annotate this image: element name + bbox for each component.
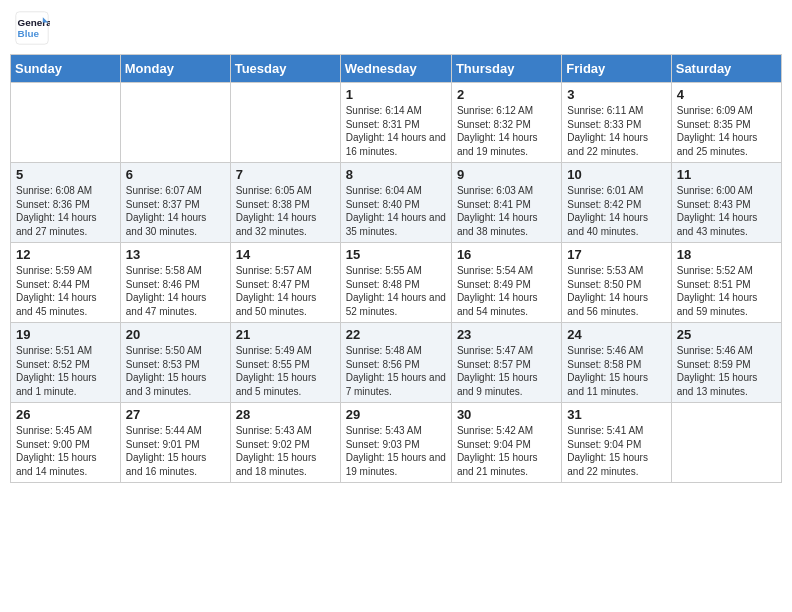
day-content: Sunrise: 6:09 AM Sunset: 8:35 PM Dayligh… (677, 104, 776, 158)
day-content: Sunrise: 5:47 AM Sunset: 8:57 PM Dayligh… (457, 344, 556, 398)
day-number: 24 (567, 327, 665, 342)
day-number: 25 (677, 327, 776, 342)
day-content: Sunrise: 5:58 AM Sunset: 8:46 PM Dayligh… (126, 264, 225, 318)
day-content: Sunrise: 5:54 AM Sunset: 8:49 PM Dayligh… (457, 264, 556, 318)
day-content: Sunrise: 5:41 AM Sunset: 9:04 PM Dayligh… (567, 424, 665, 478)
day-number: 1 (346, 87, 446, 102)
calendar-cell: 3Sunrise: 6:11 AM Sunset: 8:33 PM Daylig… (562, 83, 671, 163)
calendar: SundayMondayTuesdayWednesdayThursdayFrid… (10, 54, 782, 483)
header-tuesday: Tuesday (230, 55, 340, 83)
header-saturday: Saturday (671, 55, 781, 83)
calendar-cell: 30Sunrise: 5:42 AM Sunset: 9:04 PM Dayli… (451, 403, 561, 483)
calendar-cell: 11Sunrise: 6:00 AM Sunset: 8:43 PM Dayli… (671, 163, 781, 243)
day-content: Sunrise: 6:14 AM Sunset: 8:31 PM Dayligh… (346, 104, 446, 158)
day-content: Sunrise: 5:57 AM Sunset: 8:47 PM Dayligh… (236, 264, 335, 318)
calendar-cell: 22Sunrise: 5:48 AM Sunset: 8:56 PM Dayli… (340, 323, 451, 403)
calendar-cell: 10Sunrise: 6:01 AM Sunset: 8:42 PM Dayli… (562, 163, 671, 243)
calendar-header-row: SundayMondayTuesdayWednesdayThursdayFrid… (11, 55, 782, 83)
day-content: Sunrise: 5:52 AM Sunset: 8:51 PM Dayligh… (677, 264, 776, 318)
day-content: Sunrise: 5:59 AM Sunset: 8:44 PM Dayligh… (16, 264, 115, 318)
calendar-cell: 7Sunrise: 6:05 AM Sunset: 8:38 PM Daylig… (230, 163, 340, 243)
calendar-cell: 17Sunrise: 5:53 AM Sunset: 8:50 PM Dayli… (562, 243, 671, 323)
day-number: 5 (16, 167, 115, 182)
day-number: 14 (236, 247, 335, 262)
day-number: 15 (346, 247, 446, 262)
day-number: 2 (457, 87, 556, 102)
day-number: 17 (567, 247, 665, 262)
day-number: 23 (457, 327, 556, 342)
svg-text:Blue: Blue (18, 28, 40, 39)
day-number: 12 (16, 247, 115, 262)
calendar-cell: 14Sunrise: 5:57 AM Sunset: 8:47 PM Dayli… (230, 243, 340, 323)
day-content: Sunrise: 5:45 AM Sunset: 9:00 PM Dayligh… (16, 424, 115, 478)
header-monday: Monday (120, 55, 230, 83)
calendar-cell: 28Sunrise: 5:43 AM Sunset: 9:02 PM Dayli… (230, 403, 340, 483)
calendar-cell: 1Sunrise: 6:14 AM Sunset: 8:31 PM Daylig… (340, 83, 451, 163)
day-content: Sunrise: 6:04 AM Sunset: 8:40 PM Dayligh… (346, 184, 446, 238)
day-content: Sunrise: 5:55 AM Sunset: 8:48 PM Dayligh… (346, 264, 446, 318)
day-number: 26 (16, 407, 115, 422)
day-content: Sunrise: 6:00 AM Sunset: 8:43 PM Dayligh… (677, 184, 776, 238)
header-wednesday: Wednesday (340, 55, 451, 83)
logo-icon: General Blue (14, 10, 50, 46)
day-content: Sunrise: 5:49 AM Sunset: 8:55 PM Dayligh… (236, 344, 335, 398)
calendar-cell: 26Sunrise: 5:45 AM Sunset: 9:00 PM Dayli… (11, 403, 121, 483)
logo: General Blue (14, 10, 54, 46)
calendar-cell: 12Sunrise: 5:59 AM Sunset: 8:44 PM Dayli… (11, 243, 121, 323)
header-sunday: Sunday (11, 55, 121, 83)
calendar-week-5: 26Sunrise: 5:45 AM Sunset: 9:00 PM Dayli… (11, 403, 782, 483)
day-number: 28 (236, 407, 335, 422)
calendar-cell: 23Sunrise: 5:47 AM Sunset: 8:57 PM Dayli… (451, 323, 561, 403)
calendar-cell: 8Sunrise: 6:04 AM Sunset: 8:40 PM Daylig… (340, 163, 451, 243)
calendar-cell: 24Sunrise: 5:46 AM Sunset: 8:58 PM Dayli… (562, 323, 671, 403)
day-content: Sunrise: 5:48 AM Sunset: 8:56 PM Dayligh… (346, 344, 446, 398)
day-number: 30 (457, 407, 556, 422)
calendar-cell: 2Sunrise: 6:12 AM Sunset: 8:32 PM Daylig… (451, 83, 561, 163)
day-number: 16 (457, 247, 556, 262)
calendar-cell: 20Sunrise: 5:50 AM Sunset: 8:53 PM Dayli… (120, 323, 230, 403)
day-content: Sunrise: 5:46 AM Sunset: 8:59 PM Dayligh… (677, 344, 776, 398)
day-content: Sunrise: 6:03 AM Sunset: 8:41 PM Dayligh… (457, 184, 556, 238)
day-number: 29 (346, 407, 446, 422)
day-number: 7 (236, 167, 335, 182)
calendar-week-1: 1Sunrise: 6:14 AM Sunset: 8:31 PM Daylig… (11, 83, 782, 163)
day-number: 6 (126, 167, 225, 182)
day-number: 22 (346, 327, 446, 342)
day-number: 3 (567, 87, 665, 102)
day-content: Sunrise: 6:01 AM Sunset: 8:42 PM Dayligh… (567, 184, 665, 238)
day-content: Sunrise: 6:08 AM Sunset: 8:36 PM Dayligh… (16, 184, 115, 238)
calendar-cell (120, 83, 230, 163)
day-number: 9 (457, 167, 556, 182)
calendar-cell: 27Sunrise: 5:44 AM Sunset: 9:01 PM Dayli… (120, 403, 230, 483)
calendar-cell: 18Sunrise: 5:52 AM Sunset: 8:51 PM Dayli… (671, 243, 781, 323)
calendar-week-3: 12Sunrise: 5:59 AM Sunset: 8:44 PM Dayli… (11, 243, 782, 323)
calendar-cell (230, 83, 340, 163)
calendar-week-4: 19Sunrise: 5:51 AM Sunset: 8:52 PM Dayli… (11, 323, 782, 403)
calendar-cell: 29Sunrise: 5:43 AM Sunset: 9:03 PM Dayli… (340, 403, 451, 483)
header-friday: Friday (562, 55, 671, 83)
day-number: 13 (126, 247, 225, 262)
day-content: Sunrise: 5:43 AM Sunset: 9:02 PM Dayligh… (236, 424, 335, 478)
day-number: 18 (677, 247, 776, 262)
calendar-cell: 25Sunrise: 5:46 AM Sunset: 8:59 PM Dayli… (671, 323, 781, 403)
calendar-cell: 9Sunrise: 6:03 AM Sunset: 8:41 PM Daylig… (451, 163, 561, 243)
calendar-week-2: 5Sunrise: 6:08 AM Sunset: 8:36 PM Daylig… (11, 163, 782, 243)
day-number: 11 (677, 167, 776, 182)
day-content: Sunrise: 6:07 AM Sunset: 8:37 PM Dayligh… (126, 184, 225, 238)
day-content: Sunrise: 5:43 AM Sunset: 9:03 PM Dayligh… (346, 424, 446, 478)
day-number: 4 (677, 87, 776, 102)
day-content: Sunrise: 5:42 AM Sunset: 9:04 PM Dayligh… (457, 424, 556, 478)
day-number: 20 (126, 327, 225, 342)
day-number: 31 (567, 407, 665, 422)
day-content: Sunrise: 5:50 AM Sunset: 8:53 PM Dayligh… (126, 344, 225, 398)
day-content: Sunrise: 6:11 AM Sunset: 8:33 PM Dayligh… (567, 104, 665, 158)
day-number: 8 (346, 167, 446, 182)
day-content: Sunrise: 5:44 AM Sunset: 9:01 PM Dayligh… (126, 424, 225, 478)
day-content: Sunrise: 5:51 AM Sunset: 8:52 PM Dayligh… (16, 344, 115, 398)
calendar-cell: 16Sunrise: 5:54 AM Sunset: 8:49 PM Dayli… (451, 243, 561, 323)
calendar-cell: 31Sunrise: 5:41 AM Sunset: 9:04 PM Dayli… (562, 403, 671, 483)
header-thursday: Thursday (451, 55, 561, 83)
calendar-cell (11, 83, 121, 163)
day-content: Sunrise: 5:53 AM Sunset: 8:50 PM Dayligh… (567, 264, 665, 318)
calendar-cell: 21Sunrise: 5:49 AM Sunset: 8:55 PM Dayli… (230, 323, 340, 403)
